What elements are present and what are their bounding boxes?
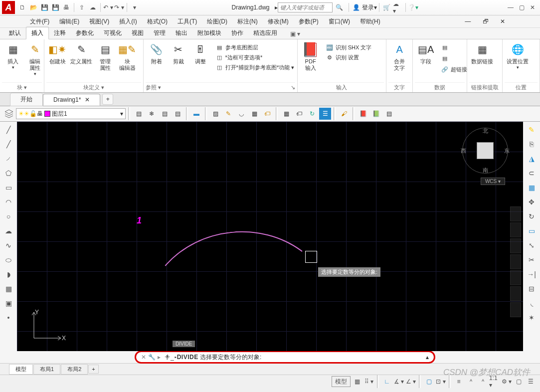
menu-modify[interactable]: 修改(M) [263,17,294,26]
lineweight-icon[interactable]: ≡ [453,377,464,387]
anno-icon[interactable]: ᴬ [465,377,476,387]
menu-icon[interactable]: ▾ [130,2,140,12]
panel-title-ref[interactable]: 参照 ▾ ↘ [146,82,295,92]
ref-layer-button[interactable]: ▤参考底图图层 [213,42,297,52]
tab-insert[interactable]: 插入 [26,27,49,39]
tab-start[interactable]: 开始 [10,93,43,106]
cart-icon[interactable]: 🛒 [382,2,392,12]
doc-max-icon[interactable]: 🗗 [478,18,494,25]
tab-parametric[interactable]: 参数化 [71,27,99,39]
menu-draw[interactable]: 绘图(D) [202,17,232,26]
menu-param[interactable]: 参数(P) [294,17,324,26]
tb-sync-icon[interactable]: ↻ [306,108,318,120]
tab-drawing1[interactable]: Drawing1*✕ [43,94,100,106]
earc-tool-icon[interactable]: ◗ [1,267,15,281]
xline-tool-icon[interactable]: ╱ [1,137,15,151]
line-tool-icon[interactable]: ╱ [1,123,15,137]
menu-window[interactable]: 窗口(W) [324,17,355,26]
doc-close-icon[interactable]: ✕ [495,18,510,25]
rect-tool-icon[interactable]: ▭ [1,181,15,195]
edit-attr-button[interactable]: ✎编辑 属性▾ [24,40,46,77]
spline-tool-icon[interactable]: ∿ [1,238,15,252]
fillet-tool-icon[interactable]: ◟ [525,296,539,310]
trim-tool-icon[interactable]: ✂ [525,253,539,267]
ref-snap-button[interactable]: ◫打开*捕捉到参考底图*功能 ▾ [213,62,297,72]
menu-help[interactable]: 帮助(H) [355,17,385,26]
monitor-icon[interactable]: ▢ [513,377,524,387]
polar-toggle-icon[interactable]: ∡ ▾ [393,377,404,387]
tb-arc-icon[interactable]: ◡ [235,108,247,120]
create-block-button[interactable]: ◧✷创建块 [46,40,68,66]
doc-min-icon[interactable]: — [460,18,476,25]
tab-view[interactable]: 视图 [127,27,149,39]
tb-book2-icon[interactable]: 📗 [370,108,382,120]
stretch-tool-icon[interactable]: ⤡ [525,238,539,252]
break-tool-icon[interactable]: ⊟ [525,282,539,296]
layout-add-button[interactable]: + [88,365,98,374]
explode-tool-icon[interactable]: ✶ [525,311,539,325]
data-icon2[interactable]: ▤ [439,53,469,63]
ws-icon[interactable]: ⚙ ▾ [501,377,512,387]
account-icon[interactable]: 👤 [352,2,361,12]
tb-rect-icon[interactable]: ▬ [190,108,202,120]
min-button[interactable]: — [506,2,516,12]
scale-icon[interactable]: 1:1 ▾ [489,377,500,387]
close-tab-icon[interactable]: ✕ [85,96,90,103]
osnap-toggle-icon[interactable]: ▢ [423,377,434,387]
menu-view[interactable]: 视图(V) [84,17,114,26]
tab-annotate[interactable]: 注释 [49,27,71,39]
tab-default[interactable]: 默认 [4,27,26,39]
layerfrz-icon[interactable]: ❄ [146,108,158,120]
define-attr-button[interactable]: ✎定义属性 [68,40,94,66]
mirror-tool-icon[interactable]: ◮ [525,152,539,166]
snap-toggle-icon[interactable]: ⠿ ▾ [363,377,374,387]
app-logo[interactable]: A [2,1,15,14]
layer-combo[interactable]: ☀☀ 🔓🖶 图层1 ▾ [16,108,126,119]
saveas-icon[interactable]: 💾 [50,2,60,12]
tb-array-icon[interactable]: ▦ [248,108,260,120]
export-icon[interactable]: ⇪ [77,2,87,12]
data-icon1[interactable]: ▤ [439,42,469,52]
layout-model[interactable]: 模型 [9,364,33,375]
polygon-tool-icon[interactable]: ⬠ [1,166,15,180]
print-icon[interactable]: 🖶 [61,2,71,12]
new-tab-button[interactable]: + [102,94,113,105]
open-icon[interactable]: 📂 [28,2,38,12]
field-button[interactable]: ▤A字段 [415,40,437,66]
recognize-shx-button[interactable]: 🔤识别 SHX 文字 [324,42,374,52]
close-button[interactable]: ✕ [528,2,538,12]
tab-collab[interactable]: 协作 [226,27,248,39]
tb-tag2-icon[interactable]: 🏷 [293,108,305,120]
binoculars-icon[interactable]: 🔍 [333,2,346,12]
new-icon[interactable]: 🗋 [17,2,27,12]
tb-brush-icon[interactable]: 🖌 [338,108,350,120]
max-button[interactable]: ▢ [517,2,527,12]
menu-dim[interactable]: 标注(N) [232,17,263,26]
tb-block-icon[interactable]: ▦ [280,108,292,120]
search-input[interactable] [279,4,331,11]
tab-visualize[interactable]: 可视化 [99,27,127,39]
hyperlink-button[interactable]: 🔗超链接 [439,64,469,74]
layeriso-icon[interactable]: ▤ [133,108,145,120]
manage-attr-button[interactable]: ▤管理 属性 [94,40,116,72]
location-button[interactable]: 🌐设置位置▾ [505,40,531,71]
ribbon-expand-icon[interactable]: ▣ ▾ [285,29,305,39]
help-icon[interactable]: ❔▾ [408,2,418,12]
ortho-toggle-icon[interactable]: ∟ [381,377,392,387]
adjust-button[interactable]: 🎚调整 [189,40,211,66]
menu-tools[interactable]: 工具(T) [173,17,202,26]
extend-tool-icon[interactable]: →| [525,267,539,281]
menu-edit[interactable]: 编辑(E) [54,17,84,26]
tb-paint-icon[interactable]: ✎ [222,108,234,120]
clip-button[interactable]: ✂剪裁 [168,40,189,66]
pdf-import-button[interactable]: 📕PDF 输入 [300,40,322,72]
menu-file[interactable]: 文件(F) [25,17,54,26]
tab-output[interactable]: 输出 [171,27,192,39]
move-tool-icon[interactable]: ✥ [525,195,539,209]
block-editor-button[interactable]: ▦✎块 编辑器 [116,40,138,72]
drawing-canvas[interactable]: 1 选择要定数等分的对象: 北 南 东 西 WCS ▾ YX DIVIDE [17,122,523,351]
layeroff-icon[interactable]: ▤ [159,108,171,120]
copy-tool-icon[interactable]: ⎘ [525,137,539,151]
recognize-settings-button[interactable]: ⚙识别 设置 [324,52,374,62]
save-icon[interactable]: 💾 [39,2,49,12]
